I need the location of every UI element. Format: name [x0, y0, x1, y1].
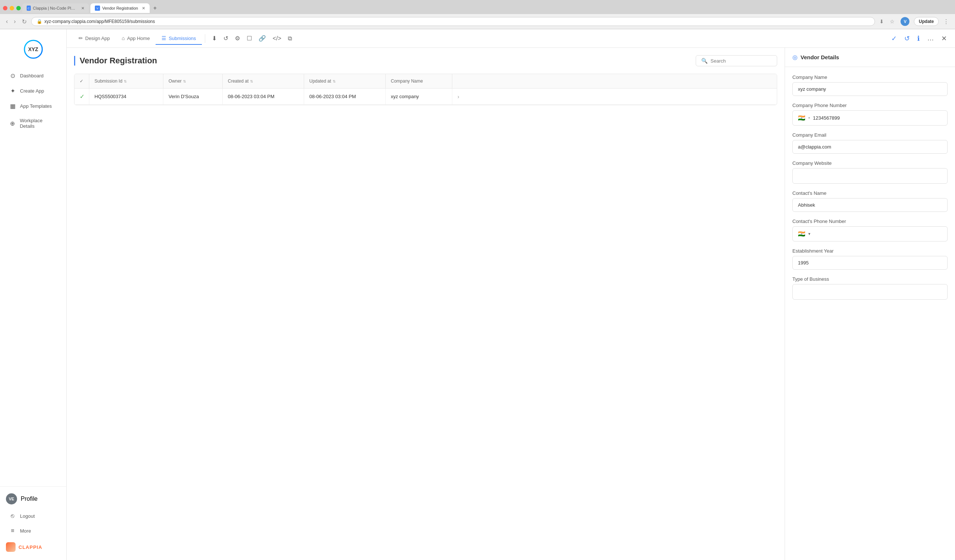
- submissions-header: Vendor Registration 🔍: [74, 55, 777, 66]
- refresh-data-button[interactable]: ↺: [221, 33, 230, 43]
- row-check[interactable]: ✓: [74, 89, 89, 105]
- column-header-submission-id: Submission Id ⇅: [89, 74, 163, 88]
- contacts-phone-flag: 🇮🇳: [798, 230, 805, 238]
- contacts-name-field-label: Contact's Name: [792, 190, 947, 196]
- close-panel-button[interactable]: ✕: [939, 33, 949, 44]
- page-title: Vendor Registration: [74, 56, 157, 66]
- table-row[interactable]: ✓ HQS55003734 Verin D'Souza 08-06-2023 0…: [74, 89, 777, 105]
- tab-close-vendor[interactable]: ✕: [142, 6, 145, 11]
- profile-switcher-button[interactable]: V: [899, 16, 911, 27]
- contacts-phone-field-value: 🇮🇳 ▾: [792, 226, 947, 241]
- new-tab-button[interactable]: +: [151, 4, 159, 12]
- sync-button[interactable]: ↺: [902, 33, 912, 44]
- browser-tab-vendor[interactable]: V Vendor Registration ✕: [91, 3, 150, 13]
- app-templates-icon: ▦: [9, 103, 16, 109]
- field-group-contacts-name: Contact's Name Abhisek: [792, 190, 947, 212]
- columns-button[interactable]: ☐: [244, 33, 254, 43]
- company-phone-flag: 🇮🇳: [798, 114, 805, 122]
- info-button[interactable]: ℹ: [915, 33, 922, 44]
- sidebar-label-app-templates: App Templates: [20, 103, 52, 109]
- link-button[interactable]: 🔗: [256, 33, 268, 43]
- column-header-updated-at: Updated at ⇅: [304, 74, 386, 88]
- profile-avatar: VE: [6, 493, 17, 504]
- sidebar-item-workplace-details[interactable]: ⊕ Workplace Details: [3, 114, 63, 133]
- type-of-business-field-value: [792, 284, 947, 300]
- establishment-year-field-label: Establishment Year: [792, 248, 947, 254]
- row-submission-id: HQS55003734: [89, 89, 163, 105]
- check-all-checkbox[interactable]: ✓: [80, 78, 83, 84]
- browser-tab-clappia[interactable]: C Clappia | No-Code Platform fo... ✕: [22, 3, 89, 13]
- sidebar-navigation: ⊙ Dashboard ✦ Create App ▦ App Templates…: [0, 68, 66, 486]
- nav-actions: ⬇ ☆ V Update ⋮: [878, 16, 950, 27]
- tab-label-submissions: Submissions: [169, 36, 196, 41]
- sidebar-item-logout[interactable]: ⎋ Logout: [3, 509, 63, 523]
- maximize-window-button[interactable]: [16, 6, 21, 10]
- submissions-table: ✓ Submission Id ⇅ Owner ⇅ Created at ⇅: [74, 74, 777, 105]
- search-input[interactable]: [711, 58, 772, 64]
- sidebar-bottom: VE Profile ⎋ Logout ≡ More CLAPPIA: [0, 486, 66, 555]
- tab-title-vendor: Vendor Registration: [102, 6, 138, 10]
- code-button[interactable]: </>: [271, 34, 283, 43]
- company-email-value: a@clappia.com: [798, 144, 831, 150]
- clappia-brand: CLAPPIA: [0, 538, 66, 555]
- user-avatar: V: [900, 17, 910, 26]
- tab-close-clappia[interactable]: ✕: [81, 6, 85, 11]
- download-icon[interactable]: ⬇: [878, 18, 885, 25]
- clappia-brand-label: CLAPPIA: [19, 544, 42, 550]
- sidebar-label-workplace-details: Workplace Details: [20, 118, 58, 129]
- overflow-menu-button[interactable]: …: [925, 33, 936, 44]
- submissions-panel: Vendor Registration 🔍 ✓ Submission Id: [67, 48, 784, 560]
- row-collapse[interactable]: ›: [452, 89, 467, 105]
- address-bar[interactable]: 🔒 xyz-company.clappia.com/app/MFE805159/…: [31, 17, 875, 26]
- copy-button[interactable]: ⧉: [286, 34, 294, 43]
- collapse-row-button[interactable]: ›: [457, 94, 459, 100]
- sort-owner-icon[interactable]: ⇅: [183, 79, 186, 83]
- column-header-collapse: [452, 74, 467, 88]
- logo-initials: XYZ: [24, 40, 43, 59]
- tab-design-app[interactable]: ✏ Design App: [73, 32, 116, 45]
- sort-created-at-icon[interactable]: ⇅: [250, 79, 253, 83]
- contacts-phone-field-label: Contact's Phone Number: [792, 219, 947, 224]
- company-name-field-value: xyz company: [792, 82, 947, 96]
- field-group-company-website: Company Website: [792, 160, 947, 184]
- tab-label-app-home: App Home: [127, 36, 150, 41]
- minimize-window-button[interactable]: [9, 6, 14, 10]
- detail-panel-icon: ◎: [792, 54, 798, 61]
- close-window-button[interactable]: [3, 6, 8, 10]
- tab-favicon-clappia: C: [27, 6, 31, 11]
- tab-label-design-app: Design App: [85, 36, 110, 41]
- sidebar-item-create-app[interactable]: ✦ Create App: [3, 84, 63, 98]
- sidebar-item-app-templates[interactable]: ▦ App Templates: [3, 99, 63, 113]
- company-website-field-label: Company Website: [792, 160, 947, 166]
- sort-submission-id-icon[interactable]: ⇅: [124, 79, 127, 83]
- app-toolbar: ✏ Design App ⌂ App Home ☰ Submissions ⬇ …: [67, 29, 955, 48]
- submissions-icon: ☰: [161, 35, 166, 41]
- back-button[interactable]: ‹: [5, 17, 9, 25]
- sidebar-item-dashboard[interactable]: ⊙ Dashboard: [3, 69, 63, 83]
- establishment-year-value: 1995: [798, 260, 809, 266]
- contacts-phone-dropdown[interactable]: ▾: [808, 232, 811, 236]
- forward-button[interactable]: ›: [12, 17, 17, 25]
- export-button[interactable]: ⬇: [210, 33, 219, 43]
- tab-app-home[interactable]: ⌂ App Home: [116, 32, 156, 45]
- sidebar-label-create-app: Create App: [20, 88, 44, 94]
- update-button[interactable]: Update: [914, 17, 939, 26]
- app-home-icon: ⌂: [122, 35, 125, 41]
- refresh-button[interactable]: ↻: [20, 17, 28, 26]
- settings-button[interactable]: ⚙: [233, 33, 242, 43]
- row-updated-at: 08-06-2023 03:04 PM: [304, 89, 386, 105]
- dashboard-icon: ⊙: [9, 72, 16, 79]
- sidebar-logo: XYZ: [0, 34, 66, 65]
- traffic-lights[interactable]: [3, 6, 21, 10]
- sidebar-label-logout: Logout: [20, 513, 35, 519]
- sort-updated-at-icon[interactable]: ⇅: [333, 79, 336, 83]
- more-options-button[interactable]: ⋮: [942, 17, 950, 26]
- main-content: ✏ Design App ⌂ App Home ☰ Submissions ⬇ …: [67, 29, 955, 560]
- search-bar[interactable]: 🔍: [696, 55, 777, 66]
- bookmark-icon[interactable]: ☆: [888, 18, 896, 25]
- sidebar-item-more[interactable]: ≡ More: [3, 524, 63, 538]
- field-group-company-name: Company Name xyz company: [792, 74, 947, 96]
- sidebar-item-profile[interactable]: VE Profile: [0, 490, 66, 508]
- confirm-button[interactable]: ✓: [889, 33, 899, 44]
- tab-submissions[interactable]: ☰ Submissions: [156, 32, 202, 45]
